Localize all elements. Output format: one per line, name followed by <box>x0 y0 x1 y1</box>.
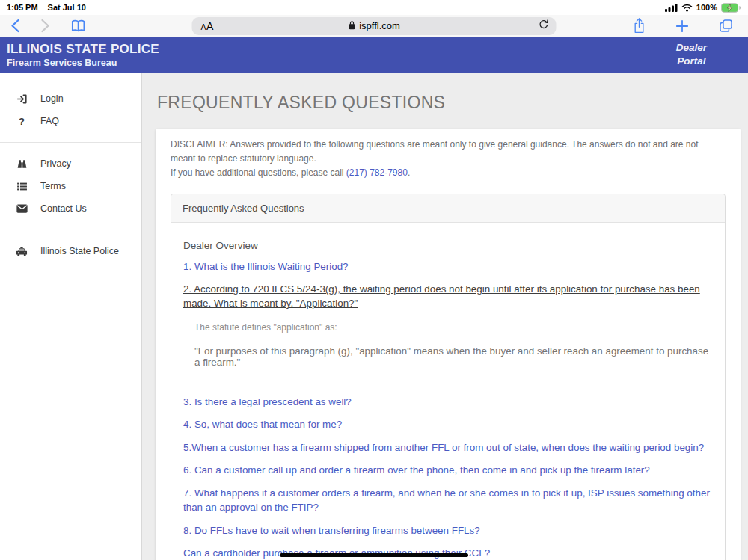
faq-card: DISCLAIMER: Answers provided to the foll… <box>156 129 741 560</box>
faq-answer-2: The statute defines "application" as: "F… <box>194 322 713 368</box>
cellular-signal-icon <box>665 4 678 12</box>
faq-question-6[interactable]: 6. Can a customer call up and order a fi… <box>183 463 713 477</box>
battery-icon <box>721 3 741 13</box>
question-icon: ? <box>16 116 28 127</box>
faq-question-7[interactable]: 7. What happens if a customer orders a f… <box>183 486 713 515</box>
url-text: ispffl.com <box>359 20 400 31</box>
home-indicator[interactable] <box>280 553 468 557</box>
sidebar-item-faq[interactable]: ? FAQ <box>0 110 141 132</box>
faq-question-5[interactable]: 5.When a customer has a firearm shipped … <box>183 440 713 455</box>
main-content: FREQUENTLY ASKED QUESTIONS DISCLAIMER: A… <box>142 73 748 560</box>
tabs-icon[interactable] <box>719 19 733 33</box>
sidebar-item-label: Privacy <box>40 159 71 169</box>
sign-in-icon <box>16 93 28 105</box>
back-button[interactable] <box>10 19 20 33</box>
faq-panel-header: Frequently Asked Questions <box>171 194 725 223</box>
sidebar-item-label: Login <box>40 93 64 104</box>
sidebar-item-label: Illinois State Police <box>40 246 119 256</box>
faq-panel-body: Dealer Overview 1. What is the Illinois … <box>171 223 725 560</box>
app-header: ILLINOIS STATE POLICE Firearm Services B… <box>0 37 748 73</box>
address-bar[interactable]: AA ispffl.com <box>192 17 557 35</box>
sidebar-item-login[interactable]: Login <box>0 87 141 110</box>
faq-question-1[interactable]: 1. What is the Illinois Waiting Period? <box>183 259 713 274</box>
envelope-icon <box>16 204 28 213</box>
sidebar-item-label: Contact Us <box>40 203 87 214</box>
app-subtitle: Firearm Services Bureau <box>7 58 159 68</box>
lock-icon <box>348 20 355 32</box>
faq-question-3[interactable]: 3. Is there a legal prescedent as well? <box>183 395 713 409</box>
faq-question-2-expanded[interactable]: 2. According to 720 ILCS 5/24-3(g), the … <box>183 282 713 311</box>
app-title: ILLINOIS STATE POLICE <box>7 42 159 57</box>
sidebar-item-contact-us[interactable]: Contact Us <box>0 197 141 220</box>
date: Sat Jul 10 <box>48 3 86 12</box>
sidebar: Login ? FAQ Privacy Terms <box>0 73 142 560</box>
police-car-icon <box>16 246 28 257</box>
new-tab-icon[interactable] <box>675 19 689 33</box>
forward-button[interactable] <box>40 19 50 33</box>
dealer-portal-label: Dealer Portal <box>676 41 707 67</box>
faq-question-8[interactable]: 8. Do FFLs have to wait when transferrin… <box>183 523 713 538</box>
share-icon[interactable] <box>633 18 646 34</box>
section-title-dealer-overview: Dealer Overview <box>183 240 713 251</box>
sidebar-divider <box>0 142 141 143</box>
clock: 1:05 PM <box>7 3 38 12</box>
answer-quote: "For purposes of this paragraph (g), "ap… <box>194 345 713 368</box>
answer-intro: The statute defines "application" as: <box>194 322 713 333</box>
sidebar-item-label: Terms <box>40 181 66 191</box>
sidebar-item-illinois-state-police[interactable]: Illinois State Police <box>0 240 141 262</box>
bookmarks-icon[interactable] <box>70 19 86 33</box>
text-size-button[interactable]: AA <box>201 20 214 32</box>
faq-question-4[interactable]: 4. So, what does that mean for me? <box>183 417 713 431</box>
wifi-icon <box>681 4 693 12</box>
sidebar-divider <box>0 230 141 230</box>
disclaimer-text: DISCLAIMER: Answers provided to the foll… <box>171 138 726 181</box>
ipad-screen: 1:05 PM Sat Jul 10 100% <box>0 0 748 560</box>
status-bar: 1:05 PM Sat Jul 10 100% <box>0 0 748 15</box>
page-title: FREQUENTLY ASKED QUESTIONS <box>157 93 741 113</box>
sidebar-item-terms[interactable]: Terms <box>0 175 141 197</box>
sidebar-item-label: FAQ <box>40 116 59 126</box>
reload-button[interactable] <box>539 19 550 33</box>
sidebar-item-privacy[interactable]: Privacy <box>0 153 141 175</box>
faq-panel: Frequently Asked Questions Dealer Overvi… <box>171 194 726 560</box>
browser-toolbar: AA ispffl.com <box>0 15 748 37</box>
battery-percent: 100% <box>696 3 717 12</box>
phone-link[interactable]: (217) 782-7980 <box>346 167 408 178</box>
binoculars-icon <box>16 159 28 170</box>
list-icon <box>16 181 28 192</box>
